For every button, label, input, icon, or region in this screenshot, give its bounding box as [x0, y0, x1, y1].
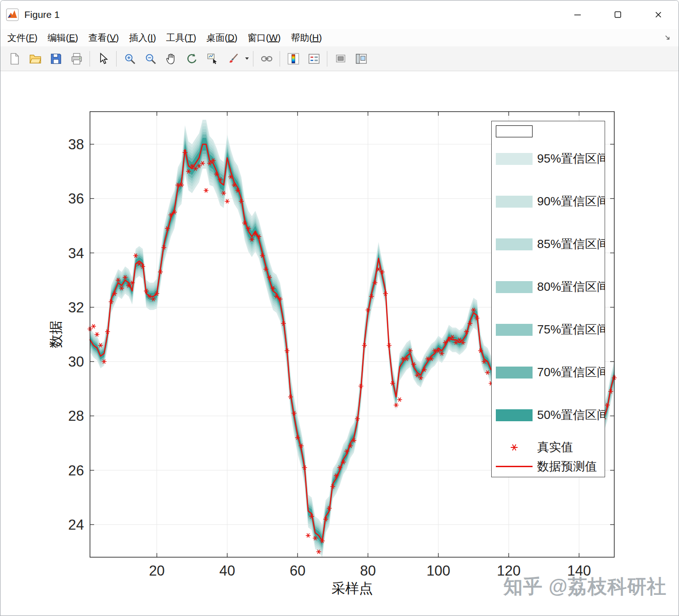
- y-axis-label: 数据: [48, 321, 63, 348]
- y-tick-label: 36: [68, 191, 84, 207]
- toolbar-separator: [253, 51, 253, 67]
- legend-label: 80%置信区间: [537, 279, 605, 295]
- toolbar-separator: [327, 51, 327, 67]
- legend-entry-ci: 80%置信区间: [496, 266, 605, 308]
- legend-ci-patch: [496, 409, 533, 421]
- y-tick-label: 28: [68, 408, 84, 424]
- legend-label: 70%置信区间: [537, 364, 605, 380]
- new-figure-icon: [8, 52, 21, 65]
- menu-item-desktop[interactable]: 桌面(D): [201, 30, 242, 45]
- pan-button[interactable]: [161, 49, 181, 68]
- menu-item-edit[interactable]: 编辑(E): [43, 30, 84, 45]
- y-tick-label: 30: [68, 354, 84, 370]
- legend-entry-ci: 85%置信区间: [496, 223, 605, 266]
- zoom-out-icon: [144, 52, 157, 65]
- y-tick-label: 26: [68, 463, 84, 479]
- matlab-figure-icon: [6, 8, 19, 21]
- menu-item-window[interactable]: 窗口(W): [242, 30, 286, 45]
- minimize-icon: [573, 10, 582, 19]
- legend-entry-true-values: 真实值: [496, 436, 605, 458]
- open-file-icon: [29, 52, 42, 65]
- asterisk-marker-icon: [496, 443, 533, 452]
- link-plot-icon: [260, 52, 273, 65]
- show-plot-tools-icon: [355, 52, 368, 65]
- legend-label: 75%置信区间: [537, 322, 605, 338]
- insert-legend-button[interactable]: [303, 49, 324, 68]
- x-axis-label: 采样点: [331, 581, 373, 596]
- brush-data-icon: [227, 52, 240, 65]
- title-bar: Figure 1: [0, 0, 679, 29]
- legend-label: 数据预测值: [537, 458, 597, 475]
- close-button[interactable]: [638, 0, 679, 29]
- insert-colorbar-icon: [287, 52, 300, 65]
- legend-label: 真实值: [537, 439, 573, 455]
- menu-item-insert[interactable]: 插入(I): [124, 30, 161, 45]
- data-cursor-icon: [206, 52, 219, 65]
- pan-icon: [165, 52, 178, 65]
- toolbar: [0, 46, 679, 71]
- y-tick-label: 38: [68, 136, 84, 153]
- legend-entry-ci: 70%置信区间: [496, 351, 605, 394]
- menu-items: 文件(F)编辑(E)查看(V)插入(I)工具(T)桌面(D)窗口(W)帮助(H): [2, 30, 327, 45]
- legend-ci-patch: [496, 153, 533, 165]
- menu-item-file[interactable]: 文件(F): [2, 30, 43, 45]
- y-tick-label: 32: [68, 300, 84, 316]
- brush-data-button[interactable]: [223, 49, 243, 68]
- show-plot-tools-button[interactable]: [351, 49, 371, 68]
- legend-label: 95%置信区间: [537, 151, 605, 167]
- legend-label: 85%置信区间: [537, 236, 605, 252]
- close-icon: [654, 10, 663, 19]
- legend-entry-prediction: 数据预测值: [496, 458, 605, 475]
- open-file-button[interactable]: [25, 49, 45, 68]
- rotate-3d-button[interactable]: [181, 49, 202, 68]
- zoom-out-button[interactable]: [140, 49, 161, 68]
- hide-plot-tools-icon: [334, 52, 347, 65]
- legend-entry-ci: 50%置信区间: [496, 394, 605, 436]
- save-figure-icon: [50, 52, 62, 65]
- x-tick-label: 60: [290, 563, 305, 579]
- minimize-button[interactable]: [557, 0, 598, 29]
- legend-entry-ci: 75%置信区间: [496, 308, 605, 351]
- legend-ci-patch: [496, 196, 533, 208]
- print-figure-icon: [70, 52, 83, 65]
- maximize-button[interactable]: [598, 0, 638, 29]
- dock-figure-arrow-icon[interactable]: [663, 34, 672, 42]
- x-tick-label: 40: [219, 563, 235, 579]
- legend-empty-swatch: [496, 125, 533, 137]
- data-cursor-button[interactable]: [202, 49, 223, 68]
- x-tick-label: 80: [360, 563, 376, 579]
- window-title: Figure 1: [24, 9, 60, 20]
- legend-ci-patch: [496, 238, 533, 250]
- legend-ci-patch: [496, 281, 533, 293]
- edit-plot-pointer-button[interactable]: [93, 49, 113, 68]
- menu-bar: 文件(F)编辑(E)查看(V)插入(I)工具(T)桌面(D)窗口(W)帮助(H): [0, 29, 679, 46]
- y-tick-label: 24: [68, 517, 84, 533]
- edit-plot-pointer-icon: [97, 52, 110, 65]
- menu-item-view[interactable]: 查看(V): [83, 30, 124, 45]
- new-figure-button[interactable]: [4, 49, 25, 68]
- insert-colorbar-button[interactable]: [283, 49, 303, 68]
- maximize-icon: [613, 10, 623, 19]
- menu-item-tools[interactable]: 工具(T): [161, 30, 202, 45]
- brush-data-dropdown-arrow[interactable]: [243, 49, 250, 68]
- link-plot-button[interactable]: [256, 49, 277, 68]
- print-figure-button[interactable]: [66, 49, 87, 68]
- menu-item-help[interactable]: 帮助(H): [286, 30, 327, 45]
- red-line-swatch: [496, 466, 533, 467]
- x-tick-label: 100: [426, 563, 450, 579]
- legend-ci-patch: [496, 367, 533, 379]
- toolbar-separator: [280, 51, 280, 67]
- rotate-3d-icon: [185, 52, 198, 65]
- legend-entry-ci: 90%置信区间: [496, 180, 605, 223]
- save-figure-button[interactable]: [45, 49, 66, 68]
- legend-label: 50%置信区间: [537, 407, 605, 423]
- x-tick-label: 20: [149, 563, 164, 579]
- chart-legend[interactable]: 95%置信区间90%置信区间85%置信区间80%置信区间75%置信区间70%置信…: [491, 121, 605, 477]
- hide-plot-tools-button[interactable]: [330, 49, 351, 68]
- zoom-in-button[interactable]: [119, 49, 140, 68]
- chevron-down-icon: [245, 57, 249, 60]
- toolbar-separator: [116, 51, 117, 67]
- legend-ci-patch: [496, 324, 533, 336]
- legend-label: 90%置信区间: [537, 193, 605, 209]
- legend-entry-ci: 95%置信区间: [496, 137, 605, 180]
